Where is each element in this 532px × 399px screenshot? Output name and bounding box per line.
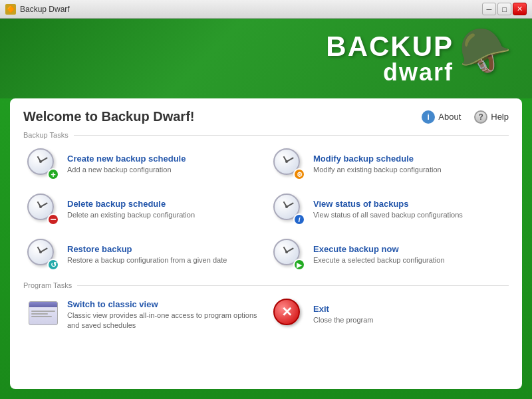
program-tasks-label: Program Tasks: [23, 281, 509, 289]
task-classic-view-text: Switch to classic view Classic view prov…: [67, 299, 259, 330]
task-restore-title: Restore backup: [67, 244, 259, 254]
task-delete-text: Delete backup schedule Delete an existin…: [67, 199, 259, 219]
task-exit[interactable]: ✕ Exit Close the program: [269, 293, 509, 336]
task-restore-icon: ↺: [27, 239, 59, 271]
task-execute-icon: ▶: [273, 239, 305, 271]
backup-tasks-grid: + Create new backup schedule Add a new b…: [23, 143, 509, 276]
task-modify[interactable]: ⚙ Modify backup schedule Modify an exist…: [269, 143, 509, 186]
maximize-button[interactable]: □: [497, 3, 511, 15]
task-classic-view-title: Switch to classic view: [67, 299, 259, 309]
task-exit-title: Exit: [313, 304, 505, 314]
header-links: i About ? Help: [422, 110, 509, 124]
task-delete[interactable]: − Delete backup schedule Delete an exist…: [23, 188, 263, 231]
task-create[interactable]: + Create new backup schedule Add a new b…: [23, 143, 263, 186]
task-delete-title: Delete backup schedule: [67, 199, 259, 209]
task-view-status-title: View status of backups: [313, 199, 505, 209]
task-modify-icon: ⚙: [273, 148, 305, 180]
task-exit-icon: ✕: [273, 299, 305, 331]
task-view-status[interactable]: i View status of backups View status of …: [269, 188, 509, 231]
task-classic-view-icon: [27, 299, 59, 331]
backup-tasks-label: Backup Tasks: [23, 131, 509, 139]
help-label: Help: [491, 112, 509, 122]
task-restore-desc: Restore a backup configuration from a gi…: [67, 255, 259, 265]
task-create-title: Create new backup schedule: [67, 154, 259, 164]
content-panel: Welcome to Backup Dwarf! i About ? Help …: [10, 98, 522, 389]
task-classic-view[interactable]: Switch to classic view Classic view prov…: [23, 293, 263, 336]
exit-x-icon: ✕: [273, 299, 300, 325]
view-status-badge: i: [293, 213, 305, 225]
execute-badge: ▶: [293, 259, 305, 271]
task-create-desc: Add a new backup configuration: [67, 165, 259, 174]
task-view-status-icon: i: [273, 194, 305, 225]
modify-badge: ⚙: [293, 168, 305, 180]
task-execute-text: Execute backup now Execute a selected ba…: [313, 244, 505, 265]
task-delete-desc: Delete an existing backup configuration: [67, 210, 259, 219]
task-view-status-text: View status of backups View status of al…: [313, 199, 505, 219]
task-delete-icon: −: [27, 194, 59, 225]
task-modify-desc: Modify an existing backup configuration: [313, 165, 505, 174]
welcome-header: Welcome to Backup Dwarf! i About ? Help: [23, 109, 509, 124]
logo-backup-text: BACKUP: [326, 33, 454, 61]
minimize-button[interactable]: ─: [482, 3, 496, 15]
logo-dwarf-text: dwarf: [383, 61, 454, 84]
task-create-icon: +: [27, 148, 59, 180]
info-icon: i: [422, 110, 435, 124]
task-classic-view-desc: Classic view provides all-in-one access …: [67, 311, 259, 330]
task-view-status-desc: View status of all saved backup configur…: [313, 210, 505, 219]
app-header: BACKUP dwarf 🪖: [0, 19, 532, 98]
create-badge: +: [47, 168, 59, 180]
restore-badge: ↺: [47, 259, 59, 271]
main-window: BACKUP dwarf 🪖 Welcome to Backup Dwarf! …: [0, 19, 532, 399]
close-button[interactable]: ✕: [513, 3, 527, 15]
welcome-title: Welcome to Backup Dwarf!: [23, 109, 194, 124]
task-exit-text: Exit Close the program: [313, 304, 505, 325]
task-create-text: Create new backup schedule Add a new bac…: [67, 154, 259, 174]
viking-helmet-icon: 🪖: [459, 26, 512, 76]
logo-area: BACKUP dwarf 🪖: [326, 33, 512, 84]
task-execute-desc: Execute a selected backup configuration: [313, 255, 505, 265]
task-execute[interactable]: ▶ Execute backup now Execute a selected …: [269, 233, 509, 276]
window-controls: ─ □ ✕: [482, 3, 527, 15]
task-restore-text: Restore backup Restore a backup configur…: [67, 244, 259, 265]
task-modify-text: Modify backup schedule Modify an existin…: [313, 154, 505, 174]
titlebar: 🔶 Backup Dwarf ─ □ ✕: [0, 0, 532, 19]
help-link[interactable]: ? Help: [474, 110, 509, 124]
task-modify-title: Modify backup schedule: [313, 154, 505, 164]
window-title: Backup Dwarf: [20, 5, 70, 14]
task-execute-title: Execute backup now: [313, 244, 505, 254]
delete-badge: −: [47, 213, 59, 225]
titlebar-left: 🔶 Backup Dwarf: [5, 4, 70, 15]
about-label: About: [438, 112, 461, 122]
help-icon: ?: [474, 110, 487, 124]
program-tasks-grid: Switch to classic view Classic view prov…: [23, 293, 509, 336]
app-icon: 🔶: [5, 4, 16, 15]
task-restore[interactable]: ↺ Restore backup Restore a backup config…: [23, 233, 263, 276]
task-exit-desc: Close the program: [313, 315, 505, 325]
about-link[interactable]: i About: [422, 110, 461, 124]
